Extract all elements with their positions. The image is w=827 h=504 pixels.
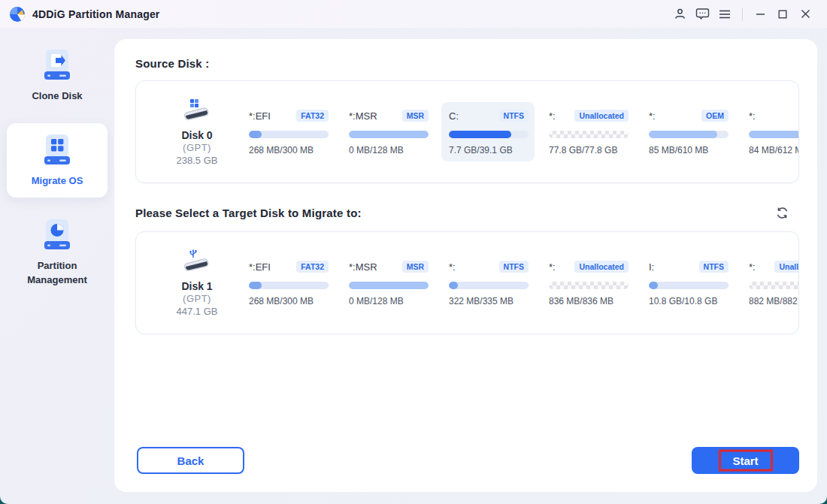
partition-usage-bar [349,131,429,138]
minimize-icon[interactable] [749,5,771,24]
disk-name: Disk 1 [153,280,241,292]
partition-name: *: [749,261,756,273]
partition-usage-text: 7.7 GB/39.1 GB [449,145,529,155]
target-disk-heading: Please Select a Target Disk to Migrate t… [135,207,362,219]
maximize-icon[interactable] [771,5,794,24]
partition-type-badge: OEM [701,110,729,122]
partition-usage-bar [249,131,329,138]
partition-type-badge: MSR [402,261,429,273]
clone-disk-icon [39,48,75,83]
migrate-os-icon [39,133,75,167]
partition-usage-text: 84 MB/612 MB [749,145,798,155]
partition-usage-bar [349,282,429,289]
app-window: 4DDiG Partition Manager [0,0,827,504]
partition-name: *:EFI [249,261,271,273]
source-disk-heading: Source Disk : [135,57,209,70]
partition-usage-bar [449,131,529,138]
disk-scheme: (GPT) [153,142,241,153]
partition-type-badge: Unallocated [774,261,798,273]
partition-cell[interactable]: *: Unallocated 882 MB/882 MB [741,253,798,312]
partition-usage-bar [249,282,329,289]
account-icon[interactable] [668,5,691,24]
partition-type-badge: Unallocated [574,261,629,273]
partition-usage-text: 268 MB/300 MB [249,145,329,155]
app-logo-icon [9,6,26,23]
partition-name: *: [649,110,656,122]
disk-size: 238.5 GB [153,155,241,166]
sidebar: Clone Disk Migrate OS [0,28,114,504]
source-partitions: *:EFI FAT32 268 MB/300 MB *:MSR MSR 0 MB… [241,102,798,161]
target-disk-info: Disk 1 (GPT) 447.1 GB [153,249,241,317]
partition-type-badge: FAT32 [296,261,329,273]
partition-cell[interactable]: C: NTFS 7.7 GB/39.1 GB [441,102,535,161]
partition-management-icon [39,218,75,252]
partition-cell[interactable]: I: NTFS 10.8 GB/10.8 GB [641,253,735,312]
partition-usage-bar [549,131,629,138]
feedback-icon[interactable] [691,5,713,24]
start-button-label: Start [732,454,758,467]
partition-cell[interactable]: *: Unallocated 836 MB/836 MB [541,253,635,312]
partition-usage-bar [749,282,798,289]
partition-cell[interactable]: *:EFI FAT32 268 MB/300 MB [241,253,335,312]
disk-scheme: (GPT) [153,293,241,304]
partition-type-badge: FAT32 [296,110,329,122]
sidebar-item-migrate-os[interactable]: Migrate OS [7,123,108,198]
start-button[interactable]: Start [692,447,799,474]
partition-usage-text: 322 MB/335 MB [449,296,529,306]
refresh-icon[interactable] [774,204,790,221]
partition-cell[interactable]: *: OEM 84 MB/612 MB [741,102,798,161]
partition-name: I: [649,261,654,273]
titlebar: 4DDiG Partition Manager [0,0,827,28]
partition-cell[interactable]: *:MSR MSR 0 MB/128 MB [341,253,435,312]
app-title: 4DDiG Partition Manager [32,8,160,20]
disk-name: Disk 0 [153,129,241,141]
partition-usage-text: 882 MB/882 MB [749,296,798,306]
partition-usage-bar [449,282,529,289]
partition-usage-text: 85 MB/610 MB [649,145,729,155]
partition-type-badge: NTFS [499,110,529,122]
partition-type-badge: MSR [402,110,429,122]
disk-size: 447.1 GB [153,306,241,317]
usb-disk-icon [180,249,214,274]
sidebar-item-label: Partition Management [10,259,105,288]
titlebar-separator [742,8,743,21]
partition-usage-bar [649,131,729,138]
partition-usage-text: 0 MB/128 MB [349,296,429,306]
partition-usage-bar [549,282,629,289]
partition-type-badge: NTFS [499,261,529,273]
partition-type-badge: NTFS [699,261,729,273]
sidebar-item-label: Clone Disk [32,89,82,104]
system-disk-icon [180,98,214,123]
back-button[interactable]: Back [137,447,244,474]
partition-cell[interactable]: *: Unallocated 77.8 GB/77.8 GB [541,102,635,161]
partition-usage-text: 268 MB/300 MB [249,296,329,306]
target-disk-card[interactable]: Disk 1 (GPT) 447.1 GB *:EFI FAT32 268 MB… [135,231,799,334]
sidebar-item-clone-disk[interactable]: Clone Disk [7,38,108,113]
partition-cell[interactable]: *: NTFS 322 MB/335 MB [441,253,535,312]
sidebar-item-label: Migrate OS [32,174,83,189]
partition-usage-text: 10.8 GB/10.8 GB [649,296,729,306]
partition-name: C: [449,110,459,122]
partition-name: *: [549,110,556,122]
partition-cell[interactable]: *: OEM 85 MB/610 MB [641,102,735,161]
partition-cell[interactable]: *:EFI FAT32 268 MB/300 MB [241,102,335,161]
close-icon[interactable] [794,5,816,24]
partition-type-badge: Unallocated [574,110,629,122]
target-partitions: *:EFI FAT32 268 MB/300 MB *:MSR MSR 0 MB… [241,253,798,312]
partition-usage-bar [749,131,798,138]
main-panel: Source Disk : Disk 0 [114,39,817,492]
partition-name: *:EFI [249,110,271,122]
sidebar-item-partition-management[interactable]: Partition Management [7,208,108,297]
partition-name: *: [449,261,456,273]
partition-usage-text: 836 MB/836 MB [549,296,629,306]
partition-usage-text: 77.8 GB/77.8 GB [549,145,629,155]
partition-name: *:MSR [349,261,377,273]
partition-name: *:MSR [349,110,377,122]
partition-name: *: [549,261,556,273]
menu-icon[interactable] [713,5,736,24]
partition-cell[interactable]: *:MSR MSR 0 MB/128 MB [341,102,435,161]
partition-usage-text: 0 MB/128 MB [349,145,429,155]
footer-actions: Back Start [135,447,799,475]
source-disk-card[interactable]: Disk 0 (GPT) 238.5 GB *:EFI FAT32 268 MB… [135,80,799,183]
partition-usage-bar [649,282,729,289]
